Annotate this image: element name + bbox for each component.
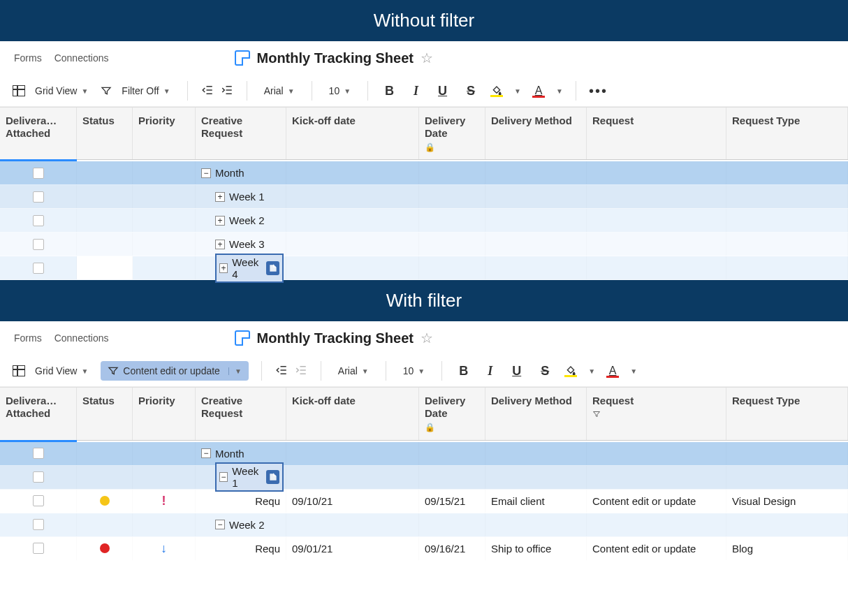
collapse-icon[interactable]: −	[219, 472, 228, 482]
star-icon[interactable]: ☆	[421, 330, 433, 346]
italic-button[interactable]: I	[409, 82, 423, 100]
col-request[interactable]: Request	[587, 388, 726, 439]
text-color-caret[interactable]: ▼	[630, 367, 637, 375]
grid-view-icon[interactable]	[13, 85, 25, 96]
italic-button[interactable]: I	[483, 362, 497, 380]
bold-button[interactable]: B	[455, 362, 472, 380]
col-priority[interactable]: Priority	[133, 108, 196, 159]
grid-view-icon[interactable]	[13, 365, 25, 376]
col-kickoff[interactable]: Kick-off date	[286, 108, 419, 159]
star-icon[interactable]: ☆	[421, 50, 433, 66]
col-request-type[interactable]: Request Type	[726, 388, 848, 439]
strike-button[interactable]: S	[536, 362, 553, 380]
nav-connections[interactable]: Connections	[54, 52, 109, 64]
filter-off-dropdown[interactable]: Filter Off ▼	[117, 82, 174, 99]
col-delivery-method[interactable]: Delivery Method	[485, 108, 587, 159]
grid-view-dropdown[interactable]: Grid View ▼	[31, 362, 92, 379]
collapse-icon[interactable]: −	[215, 520, 225, 529]
fill-color-caret[interactable]: ▼	[588, 367, 595, 375]
table-row[interactable]: +Week 2	[0, 209, 848, 233]
active-cell[interactable]: − Week 1	[215, 462, 284, 492]
font-size-dropdown[interactable]: 10 ▼	[325, 82, 355, 99]
active-cell[interactable]: + Week 4	[215, 254, 284, 283]
outdent-button[interactable]	[275, 364, 288, 379]
col-delivery-date[interactable]: Delivery Date🔒	[419, 388, 485, 439]
col-deliverable[interactable]: Delivera… Attached	[0, 108, 77, 159]
topnav: Forms Connections Monthly Tracking Sheet…	[0, 41, 848, 75]
checkbox[interactable]	[33, 543, 44, 554]
grid-view-dropdown[interactable]: Grid View ▼	[31, 82, 92, 99]
table-row[interactable]: +Week 1	[0, 185, 848, 209]
col-request[interactable]: Request	[587, 108, 726, 159]
col-deliverable[interactable]: Delivera… Attached	[0, 388, 77, 439]
checkbox[interactable]	[33, 495, 44, 506]
table-row[interactable]: −Week 2	[0, 513, 848, 537]
fill-color-button[interactable]	[490, 85, 503, 97]
font-family-dropdown[interactable]: Arial ▼	[260, 82, 299, 99]
underline-button[interactable]: U	[508, 362, 525, 380]
table-row[interactable]: ↓ Requ 09/01/21 09/16/21 Ship to office …	[0, 537, 848, 561]
update-badge-icon[interactable]	[266, 470, 279, 484]
indent-button[interactable]	[220, 84, 234, 98]
col-priority[interactable]: Priority	[133, 388, 196, 439]
table-row[interactable]: − Week 1	[0, 466, 848, 490]
filter-icon[interactable]	[101, 85, 112, 96]
underline-button[interactable]: U	[434, 82, 451, 100]
column-headers: Delivera… Attached Status Priority Creat…	[0, 107, 848, 160]
grid-rows-nofilter: −Month +Week 1 +Week 2 +Week 3 + Week 4	[0, 161, 848, 280]
checkbox[interactable]	[33, 471, 44, 483]
checkbox[interactable]	[33, 263, 44, 274]
table-row[interactable]: + Week 4	[0, 256, 848, 280]
collapse-icon[interactable]: −	[201, 168, 211, 178]
col-creative[interactable]: Creative Request	[196, 108, 286, 159]
sheet-title: Monthly Tracking Sheet	[257, 330, 414, 346]
outdent-button[interactable]	[200, 84, 214, 98]
toolbar: Grid View ▼ Filter Off ▼ Arial ▼ 10 ▼ B …	[0, 75, 848, 107]
active-filter-dropdown[interactable]: Content edit or update ▼	[101, 361, 248, 381]
filter-applied-icon	[592, 410, 720, 420]
table-row[interactable]: −Month	[0, 442, 848, 466]
filter-icon	[108, 365, 119, 376]
expand-icon[interactable]: +	[215, 216, 225, 226]
col-kickoff[interactable]: Kick-off date	[286, 388, 419, 439]
status-dot-yellow	[100, 496, 110, 506]
fill-color-button[interactable]	[564, 365, 577, 377]
checkbox[interactable]	[33, 191, 44, 203]
nav-connections[interactable]: Connections	[54, 332, 109, 344]
update-badge-icon[interactable]	[266, 261, 279, 275]
table-row[interactable]: ! Requ 09/10/21 09/15/21 Email client Co…	[0, 490, 848, 513]
col-status[interactable]: Status	[77, 108, 133, 159]
bold-button[interactable]: B	[381, 82, 398, 100]
more-button[interactable]: •••	[589, 83, 608, 99]
checkbox[interactable]	[33, 215, 44, 226]
checkbox[interactable]	[33, 448, 44, 459]
strike-button[interactable]: S	[462, 82, 479, 100]
expand-icon[interactable]: +	[215, 192, 225, 202]
sheet-icon	[235, 330, 250, 346]
col-delivery-method[interactable]: Delivery Method	[485, 388, 587, 439]
table-row[interactable]: +Week 3	[0, 233, 848, 256]
col-request-type[interactable]: Request Type	[726, 108, 848, 159]
checkbox[interactable]	[33, 239, 44, 250]
col-delivery-date[interactable]: Delivery Date🔒	[419, 108, 485, 159]
text-color-button[interactable]: A	[606, 365, 619, 378]
col-status[interactable]: Status	[77, 388, 133, 439]
text-color-button[interactable]: A	[532, 85, 545, 98]
checkbox[interactable]	[33, 168, 44, 179]
priority-high-icon: !	[162, 494, 166, 508]
font-size-dropdown[interactable]: 10 ▼	[399, 362, 429, 379]
expand-icon[interactable]: +	[219, 263, 228, 273]
nav-forms[interactable]: Forms	[14, 332, 42, 344]
fill-color-caret[interactable]: ▼	[514, 87, 521, 95]
font-family-dropdown[interactable]: Arial ▼	[334, 362, 373, 379]
checkbox[interactable]	[33, 519, 44, 530]
topnav-2: Forms Connections Monthly Tracking Sheet…	[0, 321, 848, 355]
table-row[interactable]: −Month	[0, 161, 848, 185]
text-color-caret[interactable]: ▼	[556, 87, 563, 95]
collapse-icon[interactable]: −	[201, 448, 211, 458]
col-creative[interactable]: Creative Request	[196, 388, 286, 439]
banner-without-filter: Without filter	[0, 0, 848, 41]
nav-forms[interactable]: Forms	[14, 52, 42, 64]
expand-icon[interactable]: +	[215, 240, 225, 249]
indent-button	[294, 364, 308, 379]
